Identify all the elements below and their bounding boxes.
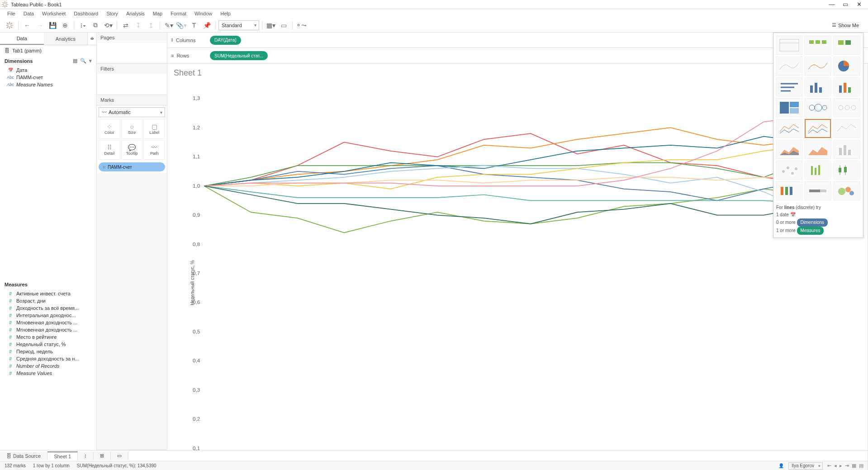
svg-point-77 bbox=[849, 191, 854, 195]
showme-button[interactable]: ☰ Show Me bbox=[832, 22, 859, 28]
fit-dropdown[interactable]: Standard bbox=[218, 20, 259, 30]
showme-thumb-14[interactable] bbox=[834, 119, 860, 138]
datasource-item[interactable]: 🗄 Tab1 (pamm) bbox=[0, 45, 96, 56]
menu-analysis[interactable]: Analysis bbox=[123, 10, 148, 17]
measure-item[interactable]: #Мгновенная доходность ... bbox=[0, 326, 96, 333]
columns-pill[interactable]: DAY(Дата) bbox=[210, 36, 241, 45]
measure-item[interactable]: #Средняя доходность за н... bbox=[0, 355, 96, 362]
tab-sheet1[interactable]: Sheet 1 bbox=[47, 451, 78, 461]
mark-path-button[interactable]: 〰Path bbox=[143, 140, 165, 160]
showme-thumb-13[interactable] bbox=[805, 119, 831, 138]
showme-thumb-3[interactable] bbox=[776, 57, 802, 76]
new-worksheet-button[interactable]: ⫶▾ bbox=[77, 19, 89, 31]
mark-color-button[interactable]: ⁘Color bbox=[99, 119, 120, 139]
showme-thumb-19[interactable] bbox=[805, 161, 831, 180]
showme-thumb-12[interactable] bbox=[776, 119, 802, 138]
menu-file[interactable]: File bbox=[4, 10, 19, 17]
group-button[interactable]: 📎▾ bbox=[175, 19, 187, 31]
mark-tooltip-button[interactable]: 💬Tooltip bbox=[121, 140, 143, 160]
pages-shelf[interactable] bbox=[97, 43, 167, 63]
measure-item[interactable]: #Место в рейтинге bbox=[0, 333, 96, 341]
new-dashboard-tab[interactable]: ⊞ bbox=[94, 451, 111, 460]
menu-story[interactable]: Story bbox=[103, 10, 122, 17]
measure-item[interactable]: #Доходность за всё время... bbox=[0, 304, 96, 312]
showme-thumb-18[interactable] bbox=[776, 161, 802, 180]
menu-window[interactable]: Window bbox=[191, 10, 216, 17]
share-button[interactable]: ⚬⤳ bbox=[295, 19, 307, 31]
undo-button[interactable]: ← bbox=[21, 19, 33, 31]
showme-thumb-17[interactable] bbox=[834, 140, 860, 159]
menu-dashboard[interactable]: Dashboard bbox=[70, 10, 102, 17]
redo-button[interactable]: → bbox=[34, 19, 46, 31]
measure-item[interactable]: #Measure Values bbox=[0, 370, 96, 377]
showme-thumb-9[interactable] bbox=[776, 98, 802, 117]
measure-item[interactable]: #Number of Records bbox=[0, 362, 96, 370]
showme-thumb-15[interactable] bbox=[776, 140, 802, 159]
menu-map[interactable]: Map bbox=[149, 10, 166, 17]
text-button[interactable]: T bbox=[188, 19, 200, 31]
measure-item[interactable]: #Мгновенная доходность ... bbox=[0, 319, 96, 326]
save-button[interactable]: 💾 bbox=[47, 19, 58, 31]
measure-item[interactable]: #Недельный статус, % bbox=[0, 341, 96, 348]
showme-thumb-22[interactable] bbox=[805, 181, 831, 200]
tableau-home-icon[interactable] bbox=[4, 19, 15, 31]
showme-thumb-7[interactable] bbox=[805, 77, 831, 96]
sheet-title[interactable]: Sheet 1 bbox=[167, 64, 868, 80]
dimension-item[interactable]: AbcMeasure Names bbox=[0, 81, 96, 88]
showme-thumb-2[interactable] bbox=[834, 36, 860, 55]
measure-item[interactable]: #Интегральная доходнос... bbox=[0, 312, 96, 319]
showme-thumb-21[interactable] bbox=[776, 181, 802, 200]
search-icon[interactable]: 🔍 bbox=[80, 58, 86, 64]
mark-detail-button[interactable]: ⠿Detail bbox=[99, 140, 120, 160]
duplicate-button[interactable]: ⧉ bbox=[90, 19, 101, 31]
sort-asc-button[interactable]: ↧ bbox=[133, 19, 144, 31]
rows-pill[interactable]: SUM(Недельный стат... bbox=[210, 51, 268, 60]
dimension-item[interactable]: AbcПАММ-счет bbox=[0, 74, 96, 81]
new-data-button[interactable]: ⊕ bbox=[59, 19, 71, 31]
view-list-icon[interactable]: ▤ bbox=[73, 58, 77, 64]
showme-thumb-0[interactable] bbox=[776, 36, 802, 55]
mark-size-button[interactable]: ○Size bbox=[121, 119, 143, 139]
tab-data-source[interactable]: 🗄Data Source bbox=[0, 452, 47, 460]
presentation-button[interactable]: ▭ bbox=[278, 19, 289, 31]
tab-data[interactable]: Data bbox=[0, 33, 44, 45]
user-dropdown[interactable]: Ilya Egorov bbox=[788, 462, 823, 470]
tab-analytics[interactable]: Analytics bbox=[44, 33, 88, 45]
window-maximize-button[interactable]: ▭ bbox=[842, 1, 849, 8]
window-minimize-button[interactable]: — bbox=[828, 1, 835, 8]
dimension-item[interactable]: 📅Дата bbox=[0, 66, 96, 74]
showme-thumb-4[interactable] bbox=[805, 57, 831, 76]
clear-button[interactable]: ⟲▾ bbox=[102, 19, 114, 31]
measure-item[interactable]: #Активные инвест. счета bbox=[0, 290, 96, 297]
menu-format[interactable]: Format bbox=[167, 10, 190, 17]
menu-help[interactable]: Help bbox=[217, 10, 234, 17]
showme-thumb-23[interactable] bbox=[834, 181, 860, 200]
showme-thumb-1[interactable] bbox=[805, 36, 831, 55]
showme-thumb-5[interactable] bbox=[834, 57, 860, 76]
showme-thumb-16[interactable] bbox=[805, 140, 831, 159]
showme-thumb-10[interactable] bbox=[805, 98, 831, 117]
dimensions-menu-icon[interactable]: ▾ bbox=[89, 58, 92, 64]
sort-desc-button[interactable]: ↥ bbox=[145, 19, 157, 31]
menu-worksheet[interactable]: Worksheet bbox=[38, 10, 69, 17]
swap-button[interactable]: ⇄ bbox=[120, 19, 132, 31]
line-chart[interactable]: 0,00,10,20,30,40,50,60,70,80,91,01,11,21… bbox=[167, 80, 868, 470]
marks-color-pill[interactable]: ⁙ ПАММ-счет bbox=[99, 162, 165, 171]
new-story-tab[interactable]: ▭ bbox=[111, 451, 128, 460]
showme-thumb-20[interactable] bbox=[834, 161, 860, 180]
pin-button[interactable]: 📌 bbox=[201, 19, 213, 31]
mark-label-button[interactable]: ▢Label bbox=[143, 119, 165, 139]
measure-item[interactable]: #Возраст, дни bbox=[0, 297, 96, 304]
filters-shelf[interactable] bbox=[97, 74, 167, 95]
showme-thumb-6[interactable] bbox=[776, 77, 802, 96]
marks-type-dropdown[interactable]: 〰 Automatic bbox=[99, 107, 165, 117]
highlight-button[interactable]: ✎▾ bbox=[163, 19, 175, 31]
measure-item[interactable]: #Период, недель bbox=[0, 348, 96, 355]
view-cards-button[interactable]: ▦▾ bbox=[265, 19, 277, 31]
window-close-button[interactable]: ✕ bbox=[855, 1, 863, 8]
panel-menu-icon[interactable]: ≑ bbox=[87, 33, 96, 45]
showme-thumb-8[interactable] bbox=[834, 77, 860, 96]
showme-thumb-11[interactable] bbox=[834, 98, 860, 117]
menu-data[interactable]: Data bbox=[20, 10, 38, 17]
new-worksheet-tab[interactable]: ⫶ bbox=[78, 452, 94, 460]
